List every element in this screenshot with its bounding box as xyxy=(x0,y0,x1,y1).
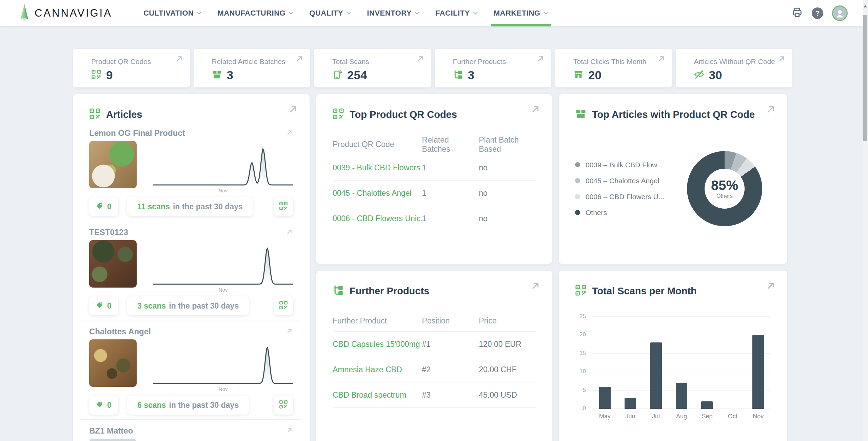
plant-batch-value: no xyxy=(479,189,536,198)
column-header: Product QR Code xyxy=(333,140,422,149)
nav-item-manufacturing[interactable]: MANUFACTURING xyxy=(217,0,294,26)
legend-dot xyxy=(575,194,580,199)
bar-slot xyxy=(694,317,720,409)
scan-sparkline-chart xyxy=(153,240,293,287)
open-link-icon[interactable] xyxy=(286,426,293,435)
qr-code-button[interactable] xyxy=(274,396,293,415)
brand-name: CANNAVIGIA xyxy=(35,7,112,19)
column-header: Position xyxy=(422,316,479,326)
open-link-icon[interactable] xyxy=(288,104,299,116)
stat-value: 30 xyxy=(709,68,722,82)
stat-value: 20 xyxy=(588,68,601,82)
legend-item: 0045 – Chalottes Angel xyxy=(575,177,664,185)
article-card: Chalottes Angel Nov xyxy=(81,320,301,420)
scans-badge: 11 scans in the past 30 days xyxy=(127,197,253,216)
bar xyxy=(701,401,713,409)
top-product-qr-codes-panel: Top Product QR Codes Product QR Code Rel… xyxy=(316,94,552,264)
scan-sparkline-chart xyxy=(153,141,293,188)
qr-code-icon xyxy=(333,108,344,121)
stat-value: 254 xyxy=(347,68,367,82)
table-row: 0039 - Bulk CBD Flowers 1 no xyxy=(333,155,536,181)
legend-label: 0006 – CBD Flowers U... xyxy=(586,193,664,201)
help-icon[interactable]: ? xyxy=(812,7,823,19)
open-link-icon[interactable] xyxy=(766,280,776,292)
x-axis-month-label: Jul xyxy=(643,413,669,420)
article-title: Chalottes Angel xyxy=(89,327,151,336)
scrollbar-thumb[interactable] xyxy=(863,15,867,141)
nav-item-cultivation[interactable]: CULTIVATION xyxy=(143,0,202,26)
nav-item-facility[interactable]: FACILITY xyxy=(435,0,478,26)
open-link-icon[interactable] xyxy=(295,54,304,64)
bar-chart-xaxis: MayJunJulAugSepOctNov xyxy=(592,413,771,420)
price-value: 120.00 EUR xyxy=(479,340,536,349)
nav-item-inventory[interactable]: INVENTORY xyxy=(367,0,420,26)
nav-item-marketing[interactable]: MARKETING xyxy=(494,0,549,26)
article-title: Lemon OG Final Product xyxy=(89,128,185,138)
qr-code-button[interactable] xyxy=(274,296,293,315)
legend-label: Others xyxy=(586,209,607,217)
open-link-icon[interactable] xyxy=(777,54,786,64)
open-link-icon[interactable] xyxy=(286,129,293,138)
further-product-link[interactable]: CBD Capsules 15'000mg xyxy=(333,340,422,349)
donut-chart-wrap: 85% Others xyxy=(687,151,762,226)
further-product-link[interactable]: Amnesia Haze CBD xyxy=(333,365,422,374)
open-link-icon[interactable] xyxy=(175,54,184,64)
open-link-icon[interactable] xyxy=(766,104,776,116)
nav-item-quality[interactable]: QUALITY xyxy=(309,0,351,26)
printer-icon[interactable] xyxy=(791,7,803,20)
bar-slot xyxy=(746,317,771,409)
scrollbar-up-arrow[interactable] xyxy=(864,5,867,7)
qr-code-icon xyxy=(89,108,101,121)
related-batches-value: 1 xyxy=(422,214,479,223)
stat-value: 9 xyxy=(106,68,113,82)
product-qr-codes-table: Product QR Code Related Batches Plant Ba… xyxy=(333,134,536,231)
open-link-icon[interactable] xyxy=(286,228,293,237)
vertical-scrollbar[interactable] xyxy=(863,0,868,441)
bar xyxy=(676,383,687,409)
scans-suffix: in the past 30 days xyxy=(173,202,243,211)
brand-logo[interactable]: CANNAVIGIA xyxy=(18,3,112,24)
bar-chart-plot xyxy=(592,317,771,409)
table-header-row: Further Product Position Price xyxy=(333,311,536,332)
phone-scan-icon xyxy=(332,69,342,81)
panel-title: Articles xyxy=(106,109,142,120)
bar-slot xyxy=(643,317,669,409)
open-link-icon[interactable] xyxy=(530,104,541,116)
product-qr-link[interactable]: 0045 - Chalottes Angel xyxy=(333,189,422,198)
open-link-icon[interactable] xyxy=(530,280,541,292)
main-menu: CULTIVATION MANUFACTURING QUALITY INVENT… xyxy=(143,0,549,26)
qr-code-button[interactable] xyxy=(274,197,293,216)
table-row: 0045 - Chalottes Angel 1 no xyxy=(333,181,536,206)
legend-label: 0045 – Chalottes Angel xyxy=(586,177,659,185)
tag-count-badge: 0 xyxy=(89,396,118,415)
sparkline-month-label: Nov xyxy=(153,287,293,292)
stat-card-total-clicks: Total Clicks This Month 20 xyxy=(555,49,672,87)
further-product-link[interactable]: CBD Broad spectrum xyxy=(333,391,422,400)
product-qr-link[interactable]: 0039 - Bulk CBD Flowers xyxy=(333,163,422,172)
y-axis-tick-label: 20 xyxy=(579,331,586,338)
donut-center-value: 85% xyxy=(711,178,738,192)
bar xyxy=(650,342,662,409)
tree-icon xyxy=(333,285,344,297)
open-link-icon[interactable] xyxy=(286,327,293,336)
open-link-icon[interactable] xyxy=(416,54,425,64)
articles-panel: Articles Lemon OG Final Product xyxy=(73,94,310,441)
stat-card-further-products: Further Products 3 xyxy=(435,49,552,87)
qr-code-icon xyxy=(91,69,101,81)
tag-icon xyxy=(96,202,104,211)
open-link-icon[interactable] xyxy=(657,54,666,64)
y-axis-tick-label: 0 xyxy=(583,405,586,412)
position-value: #1 xyxy=(422,340,479,349)
article-image xyxy=(89,339,137,387)
open-link-icon[interactable] xyxy=(536,54,545,64)
legend-item: 0006 – CBD Flowers U... xyxy=(575,193,664,201)
legend-dot xyxy=(575,162,580,167)
user-avatar[interactable] xyxy=(832,5,848,21)
scans-badge: 6 scans in the past 30 days xyxy=(127,396,249,415)
position-value: #3 xyxy=(422,391,479,400)
product-qr-link[interactable]: 0006 - CBD Flowers Unic... xyxy=(333,214,422,223)
article-image xyxy=(89,439,137,441)
tag-count-badge: 0 xyxy=(89,197,118,216)
pie-legend: 0039 – Bulk CBD Flow...0045 – Chalottes … xyxy=(575,161,664,217)
qr-code-icon xyxy=(279,400,288,410)
